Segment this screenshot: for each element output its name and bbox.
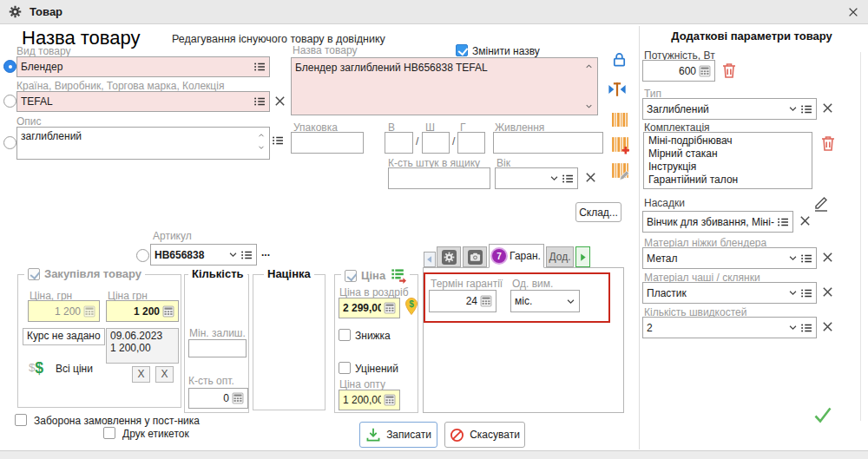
bundle-item[interactable]: Мірний стакан [648, 148, 807, 161]
leg-material-dropdown[interactable]: Метал [642, 247, 817, 269]
list-select-icon[interactable] [253, 61, 266, 73]
bundle-item[interactable]: Гарантійний талон [648, 174, 807, 187]
all-prices-label[interactable]: Всі ціни [56, 363, 93, 375]
per-box-field[interactable] [388, 167, 490, 189]
list-select-icon[interactable] [253, 95, 266, 108]
ban-order-checkbox[interactable] [15, 414, 27, 426]
spin-down-icon[interactable] [257, 144, 266, 151]
brand-clear-icon[interactable] [273, 95, 286, 108]
markdown-checkbox[interactable] [339, 362, 351, 374]
type-clear-icon[interactable] [821, 102, 834, 115]
calculator-icon[interactable] [384, 302, 396, 314]
spin-up-icon[interactable] [257, 132, 266, 139]
wholesale-qty-field[interactable]: 0 [188, 388, 248, 409]
discount-checkbox[interactable] [339, 329, 351, 341]
chevron-down-icon[interactable] [228, 250, 238, 259]
list-select-icon[interactable] [800, 252, 812, 265]
save-button[interactable]: Записати [359, 422, 437, 448]
list-select-icon[interactable] [800, 322, 812, 334]
type-dropdown[interactable]: Заглиблений [642, 98, 817, 120]
description-field[interactable]: заглиблений [16, 127, 270, 160]
scroll-down-icon[interactable] [584, 102, 594, 110]
scroll-up-icon[interactable] [584, 62, 594, 70]
min-stock-field[interactable] [188, 339, 247, 357]
list-select-icon[interactable] [562, 173, 574, 185]
wholesale-price-field[interactable]: 1 200,00 [339, 390, 400, 410]
price-pin-icon[interactable] [402, 297, 421, 316]
price-uah2-field[interactable]: 1 200 [106, 300, 179, 322]
stock-button[interactable]: Склад... [575, 202, 621, 222]
calculator-icon[interactable] [699, 65, 711, 77]
tab-scroll-left[interactable] [424, 252, 436, 267]
attachments-clear-icon[interactable] [799, 214, 812, 227]
age-clear-icon[interactable] [584, 171, 597, 184]
calculator-icon[interactable] [232, 392, 244, 404]
price-list-icon[interactable] [390, 267, 406, 284]
age-dropdown[interactable] [495, 167, 578, 189]
dim-w-field[interactable] [422, 132, 450, 154]
dim-h-field[interactable] [457, 132, 485, 154]
speeds-dropdown[interactable]: 2 [642, 317, 817, 338]
tab-warranty[interactable]: 7 Гаран. [489, 244, 544, 268]
name-textarea[interactable]: Блендер заглиблений HB656838 TEFAL [291, 57, 598, 115]
dim-v-field[interactable] [385, 132, 413, 154]
fit-text-icon[interactable] [608, 80, 627, 99]
tab-scroll-right[interactable] [575, 246, 590, 267]
bundle-listbox[interactable]: Міні-подрібнювач Мірний стакан Інструкці… [643, 132, 812, 189]
print-labels-checkbox[interactable] [103, 427, 115, 439]
bundle-delete-icon[interactable] [819, 134, 837, 152]
list-select-icon[interactable] [800, 287, 812, 299]
leg-material-clear-icon[interactable] [821, 251, 834, 264]
product-kind-field[interactable]: Блендер [16, 56, 270, 77]
chevron-down-icon[interactable] [788, 288, 798, 298]
brand-field[interactable]: TEFAL [16, 91, 270, 112]
x-placeholder-field[interactable]: X [132, 366, 150, 383]
calculator-icon[interactable] [162, 305, 174, 318]
calculator-icon[interactable] [480, 295, 492, 307]
change-name-checkbox[interactable] [456, 44, 468, 56]
x-placeholder-field[interactable]: X [155, 366, 174, 383]
barcode-icon[interactable] [610, 110, 629, 129]
bowl-material-dropdown[interactable]: Пластик [642, 282, 817, 304]
chevron-down-icon[interactable] [549, 174, 559, 183]
list-select-icon[interactable] [800, 103, 812, 115]
tab-extra[interactable]: Дод. [546, 246, 574, 267]
chevron-down-icon[interactable] [788, 253, 798, 263]
tab-settings[interactable] [437, 246, 461, 267]
description-list-icon[interactable] [272, 134, 284, 147]
list-select-icon[interactable] [240, 249, 253, 261]
barcode-edit-icon[interactable] [610, 161, 630, 180]
warranty-term-field[interactable]: 24 [429, 290, 496, 312]
product-kind-radio[interactable] [3, 60, 16, 73]
pack-field[interactable] [291, 132, 364, 154]
chevron-down-icon[interactable] [788, 323, 798, 332]
retail-price-field[interactable]: 2 299,00 [339, 298, 400, 318]
all-prices-icon[interactable] [28, 356, 49, 377]
list-select-icon[interactable] [777, 216, 789, 228]
brand-radio[interactable] [3, 95, 16, 108]
barcode-add-icon[interactable] [610, 134, 630, 154]
bundle-item[interactable]: Інструкція [648, 161, 807, 174]
speeds-clear-icon[interactable] [821, 320, 834, 333]
bundle-item[interactable]: Міні-подрібнювач [648, 134, 807, 148]
confirm-check-icon[interactable] [812, 404, 833, 425]
bowl-material-clear-icon[interactable] [821, 285, 834, 298]
calculator-icon[interactable] [384, 394, 396, 406]
cancel-button[interactable]: Скасувати [444, 422, 525, 448]
power-delete-icon[interactable] [720, 62, 738, 79]
chevron-down-icon[interactable] [566, 297, 575, 306]
chevron-down-icon[interactable] [788, 104, 798, 114]
sku-radio[interactable] [136, 249, 149, 262]
sku-dropdown[interactable]: HB656838 [150, 244, 257, 266]
power-field[interactable]: 600 [642, 60, 715, 82]
lock-icon[interactable] [611, 51, 628, 68]
warranty-unit-dropdown[interactable]: міс. [510, 290, 580, 312]
attachments-edit-icon[interactable] [812, 194, 830, 212]
description-radio[interactable] [3, 136, 16, 149]
power-supply-field[interactable] [493, 132, 603, 154]
tab-photos[interactable] [463, 246, 487, 267]
sku-more-button[interactable]: ... [261, 246, 270, 259]
attachments-field[interactable]: Вінчик для збивання, Міні-по [642, 211, 793, 233]
markup-group: Націнка [253, 274, 326, 410]
close-icon[interactable] [847, 6, 859, 18]
